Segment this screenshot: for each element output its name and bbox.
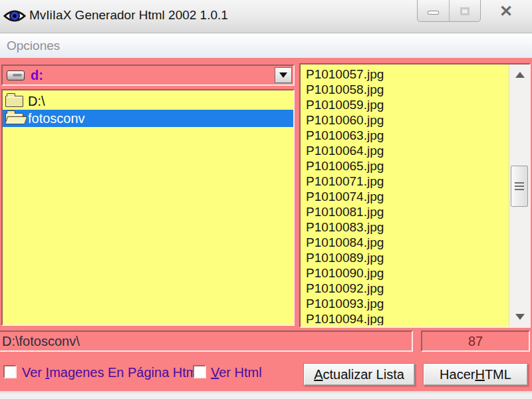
actualizar-lista-button[interactable]: Actualizar Lista xyxy=(303,363,415,386)
file-item[interactable]: P1010057.jpg xyxy=(306,66,507,82)
scroll-up-button[interactable] xyxy=(509,65,530,84)
drive-value: d: xyxy=(31,68,43,83)
file-item[interactable]: P1010092.jpg xyxy=(306,281,507,296)
file-count-value: 87 xyxy=(468,334,483,349)
button-text: Hacer xyxy=(440,367,475,382)
hacer-html-button[interactable]: Hacer HTML xyxy=(423,363,528,386)
scroll-down-button[interactable] xyxy=(509,307,530,327)
menu-bar: Opciones xyxy=(0,34,532,58)
window-bottom-frame xyxy=(0,391,532,399)
path-display: D:\fotosconv\ xyxy=(0,331,413,352)
checkbox-ver-imagenes-label[interactable]: Ver Imagenes En Página Html xyxy=(22,365,200,380)
folder-open-icon xyxy=(5,113,23,124)
file-item[interactable]: P1010065.jpg xyxy=(306,158,507,174)
file-item[interactable]: P1010071.jpg xyxy=(306,174,507,189)
button-text: TML xyxy=(485,367,511,382)
file-item[interactable]: P1010064.jpg xyxy=(306,143,507,158)
file-item[interactable]: P1010059.jpg xyxy=(306,97,507,112)
arrow-up-icon xyxy=(515,72,525,78)
directory-item[interactable]: D:\ xyxy=(3,92,293,110)
maximize-button[interactable] xyxy=(449,0,481,21)
drive-icon xyxy=(7,70,25,80)
chevron-down-icon xyxy=(279,72,287,78)
file-item[interactable]: P1010058.jpg xyxy=(306,82,507,97)
drive-selector[interactable]: d: xyxy=(1,65,295,86)
file-item[interactable]: P1010081.jpg xyxy=(306,204,507,219)
checkbox-ver-imagenes[interactable] xyxy=(3,365,17,378)
file-item[interactable]: P1010083.jpg xyxy=(306,219,507,235)
close-button[interactable]: ✕ xyxy=(484,0,528,22)
minimize-icon xyxy=(428,11,439,15)
eye-icon xyxy=(3,5,26,27)
directory-item[interactable]: fotosconv xyxy=(3,110,293,127)
directory-item-label: D:\ xyxy=(28,94,45,109)
directory-item-label: fotosconv xyxy=(28,111,85,126)
scrollbar-thumb[interactable] xyxy=(511,166,528,207)
close-icon: ✕ xyxy=(499,2,513,21)
file-item[interactable]: P1010074.jpg xyxy=(306,189,507,204)
path-text: D:\fotosconv\ xyxy=(2,334,80,349)
label-text: magenes En Página Html xyxy=(49,365,200,380)
file-item[interactable]: P1010084.jpg xyxy=(306,235,507,250)
checkbox-ver-html-label[interactable]: Ver Html xyxy=(211,365,262,380)
button-text: ctualizar Lista xyxy=(323,367,404,382)
window-titlebar: MvIiIaX Generador Html 2002 1.0.1 ✕ xyxy=(0,0,532,33)
button-hotkey: A xyxy=(314,367,323,382)
directory-list[interactable]: D:\fotosconv xyxy=(1,89,295,326)
menu-item-opciones[interactable]: Opciones xyxy=(0,35,66,57)
label-text: Ver xyxy=(22,365,46,380)
button-hotkey: H xyxy=(475,367,484,382)
file-list[interactable]: P1010057.jpgP1010058.jpgP1010059.jpgP101… xyxy=(299,63,531,328)
file-item[interactable]: P1010063.jpg xyxy=(306,128,507,143)
file-item[interactable]: P1010090.jpg xyxy=(306,265,507,281)
window-title: MvIiIaX Generador Html 2002 1.0.1 xyxy=(29,0,228,33)
file-list-scrollbar[interactable] xyxy=(509,65,529,327)
file-count-display: 87 xyxy=(421,331,530,352)
minimize-button[interactable] xyxy=(418,0,449,21)
file-item[interactable]: P1010089.jpg xyxy=(306,250,507,265)
maximize-icon xyxy=(460,7,469,15)
drive-dropdown-button[interactable] xyxy=(275,67,292,83)
caption-button-group xyxy=(417,0,481,22)
label-hotkey: V xyxy=(211,365,219,380)
file-item[interactable]: P1010060.jpg xyxy=(306,112,507,128)
client-area: d: D:\fotosconv P1010057.jpgP1010058.jpg… xyxy=(0,58,532,391)
file-list-items: P1010057.jpgP1010058.jpgP1010059.jpgP101… xyxy=(306,66,507,325)
arrow-down-icon xyxy=(515,314,525,320)
folder-closed-icon xyxy=(5,96,23,107)
label-text: er Html xyxy=(219,365,261,380)
file-item[interactable]: P1010094.jpg xyxy=(306,311,507,325)
file-item[interactable]: P1010093.jpg xyxy=(306,296,507,311)
checkbox-ver-html[interactable] xyxy=(193,365,206,378)
